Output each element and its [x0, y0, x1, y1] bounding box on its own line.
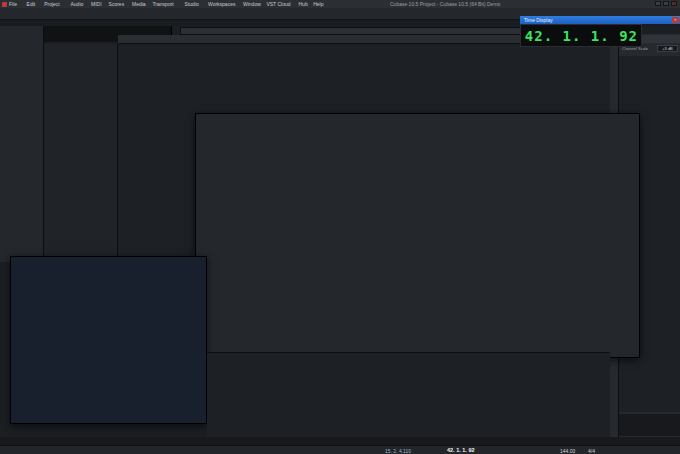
menu-item-media[interactable]: Media — [132, 1, 153, 7]
close-icon[interactable] — [671, 1, 677, 6]
time-display-window: Time Display × 42. 1. 1. 92 — [520, 16, 680, 47]
toolbar-icon[interactable] — [10, 10, 17, 17]
menu-item-project[interactable]: Project — [44, 1, 70, 7]
inspector-panel — [0, 26, 44, 262]
menu-item-studio[interactable]: Studio — [185, 1, 208, 7]
menu-item-midi[interactable]: MIDI — [91, 1, 109, 7]
menu-item-vst-cloud[interactable]: VST Cloud — [266, 1, 298, 7]
menu-item-help[interactable]: Help — [313, 1, 331, 7]
time-display-title: Time Display — [524, 17, 553, 23]
track-list — [44, 44, 118, 260]
close-icon[interactable]: × — [672, 17, 679, 23]
menu-item-hub[interactable]: Hub — [299, 1, 314, 7]
menu-item-window[interactable]: Window — [243, 1, 266, 7]
mixconsole-window — [195, 113, 640, 358]
menu-item-edit[interactable]: Edit — [27, 1, 45, 7]
left-locator-display[interactable]: 15. 2. 4.110 — [385, 448, 411, 454]
time-signature-display[interactable]: 4/4 — [588, 448, 595, 454]
app-logo-icon — [2, 2, 7, 7]
menu-item-workspaces[interactable]: Workspaces — [208, 1, 243, 7]
toolbar-icon[interactable] — [22, 10, 29, 17]
lower-zone-sample-editor — [207, 352, 610, 437]
multitap-delay-plugin-window — [10, 256, 207, 424]
primary-time-display[interactable]: 42. 1. 1. 92 — [447, 447, 475, 453]
meter-statistics — [619, 414, 680, 436]
tempo-display[interactable]: 144.00 — [560, 448, 575, 454]
menu-item-file[interactable]: File — [9, 1, 27, 7]
time-display-body: 42. 1. 1. 92 — [520, 24, 642, 47]
time-display-value: 42. 1. 1. 92 — [525, 28, 638, 44]
minimize-icon[interactable] — [655, 1, 661, 6]
maximize-icon[interactable] — [663, 1, 669, 6]
time-display-titlebar[interactable]: Time Display × — [520, 16, 680, 24]
lower-zone-tab-bar — [0, 437, 680, 445]
menu-item-scores[interactable]: Scores — [109, 1, 132, 7]
transport-bar: 15. 2. 4.110 42. 1. 1. 92 144.00 4/4 — [0, 445, 680, 454]
menu-item-audio[interactable]: Audio — [71, 1, 92, 7]
toolbar-icon[interactable] — [2, 10, 9, 17]
window-title: Cubase 10.5 Project - Cubase 10.5 (64 Bi… — [390, 1, 500, 7]
menu-bar: FileEditProjectAudioMIDIScoresMediaTrans… — [0, 0, 680, 8]
menu-item-transport[interactable]: Transport — [153, 1, 185, 7]
cubase-screen: FileEditProjectAudioMIDIScoresMediaTrans… — [0, 0, 680, 454]
